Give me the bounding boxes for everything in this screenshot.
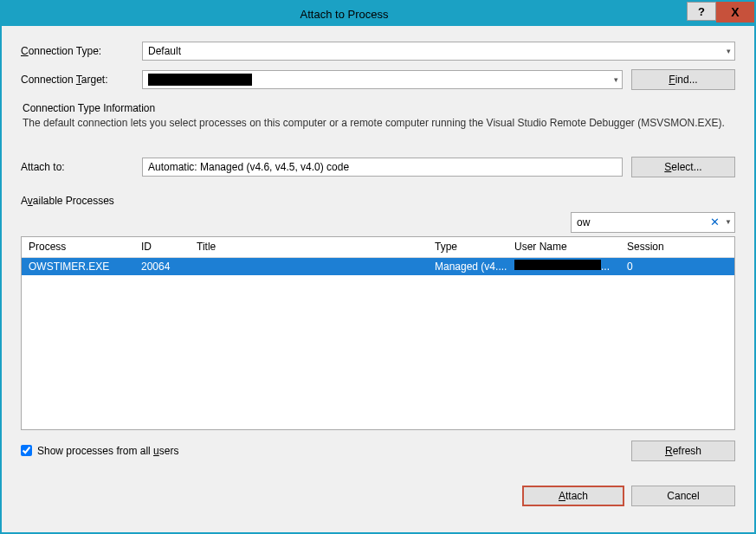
dialog-content: Connection Type: Default ▾ Connection Ta… xyxy=(2,26,754,532)
help-button[interactable]: ? xyxy=(687,2,716,21)
find-button[interactable]: Find... xyxy=(631,69,735,90)
filter-input[interactable] xyxy=(577,216,707,228)
col-type[interactable]: Type xyxy=(428,241,507,253)
refresh-button[interactable]: Refresh xyxy=(631,441,735,461)
cell-id: 20064 xyxy=(134,261,190,273)
cell-session: 0 xyxy=(620,261,734,273)
connection-target-label: Connection Target: xyxy=(21,74,142,86)
titlebar-buttons: ? X xyxy=(687,2,754,26)
col-session[interactable]: Session xyxy=(620,241,734,253)
show-all-users-label: Show processes from all users xyxy=(37,445,178,457)
info-title: Connection Type Information xyxy=(23,102,735,114)
show-all-users-input[interactable] xyxy=(21,445,32,456)
connection-type-row: Connection Type: Default ▾ xyxy=(21,42,735,61)
col-username[interactable]: User Name xyxy=(507,241,620,253)
select-button[interactable]: Select... xyxy=(631,157,735,177)
titlebar: Attach to Process ? X xyxy=(2,2,754,26)
attach-to-label: Attach to: xyxy=(21,161,142,173)
dropdown-arrow-icon: ▾ xyxy=(614,75,618,84)
table-header: Process ID Title Type User Name Session xyxy=(22,237,734,258)
filter-row: ✕ ▼ xyxy=(21,212,735,233)
filter-box[interactable]: ✕ ▼ xyxy=(571,212,735,233)
filter-dropdown-icon[interactable]: ▼ xyxy=(723,218,733,226)
table-row[interactable]: OWSTIMER.EXE 20064 Managed (v4.... ... 0 xyxy=(22,258,734,275)
connection-target-value xyxy=(148,74,252,86)
clear-filter-icon[interactable]: ✕ xyxy=(707,216,723,228)
connection-target-dropdown[interactable]: ▾ xyxy=(142,70,623,89)
close-button[interactable]: X xyxy=(716,2,754,23)
col-title[interactable]: Title xyxy=(190,241,428,253)
dialog-buttons: Attach Cancel xyxy=(21,486,735,520)
cell-username: ... xyxy=(507,260,620,273)
window-title: Attach to Process xyxy=(2,8,687,21)
attach-to-value: Automatic: Managed (v4.6, v4.5, v4.0) co… xyxy=(148,161,349,173)
cell-type: Managed (v4.... xyxy=(428,261,507,273)
col-id[interactable]: ID xyxy=(134,241,190,253)
cancel-button[interactable]: Cancel xyxy=(631,486,735,506)
connection-type-value: Default xyxy=(148,45,181,57)
attach-to-field: Automatic: Managed (v4.6, v4.5, v4.0) co… xyxy=(142,158,623,177)
info-text: The default connection lets you select p… xyxy=(23,116,735,131)
connection-type-info: Connection Type Information The default … xyxy=(21,102,735,131)
connection-target-row: Connection Target: ▾ Find... xyxy=(21,69,735,90)
cell-process: OWSTIMER.EXE xyxy=(22,261,134,273)
dropdown-arrow-icon: ▾ xyxy=(727,47,731,55)
processes-table: Process ID Title Type User Name Session … xyxy=(21,236,735,430)
attach-button[interactable]: Attach xyxy=(522,486,624,506)
connection-type-dropdown[interactable]: Default ▾ xyxy=(142,42,735,61)
show-all-users-checkbox[interactable]: Show processes from all users xyxy=(21,445,178,457)
below-table-row: Show processes from all users Refresh xyxy=(21,441,735,461)
attach-to-row: Attach to: Automatic: Managed (v4.6, v4.… xyxy=(21,157,735,177)
connection-type-label: Connection Type: xyxy=(21,45,142,57)
attach-to-process-dialog: Attach to Process ? X Connection Type: D… xyxy=(0,0,756,534)
col-process[interactable]: Process xyxy=(22,241,134,253)
available-processes-label: Available Processes xyxy=(21,195,735,207)
